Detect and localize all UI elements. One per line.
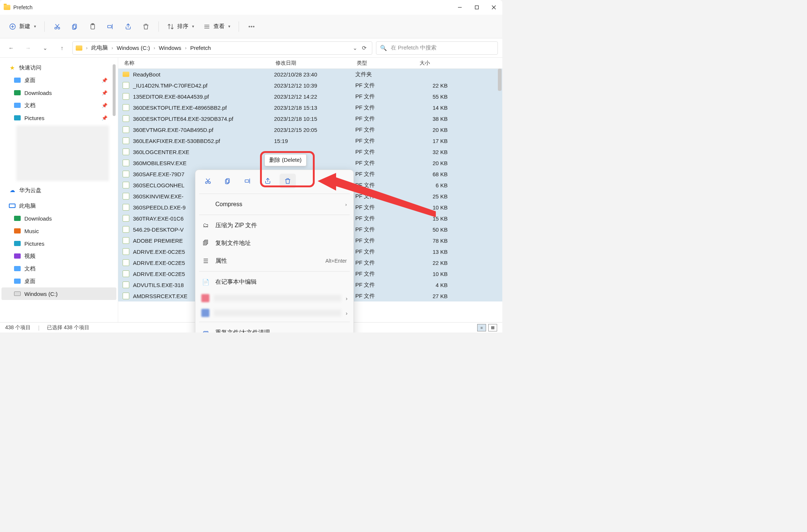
- blurred-item[interactable]: ›: [201, 306, 348, 320]
- toolbar: 新建 ▾ 排序 ▾ 查看 ▾: [0, 15, 502, 38]
- blurred-item[interactable]: ›: [201, 291, 348, 306]
- ctx-share-button[interactable]: [260, 174, 276, 188]
- more-button[interactable]: [243, 19, 260, 34]
- file-size: 6 KB: [418, 182, 462, 188]
- file-type: PF 文件: [355, 237, 418, 244]
- ctx-zip[interactable]: 🗂 压缩为 ZIP 文件: [195, 216, 353, 234]
- file-icon: [123, 115, 129, 122]
- file-size: 32 KB: [418, 149, 462, 155]
- cut-button[interactable]: [49, 19, 65, 34]
- recent-dropdown[interactable]: ⌄: [38, 41, 52, 55]
- ctx-dup-clean[interactable]: 🗃 重复文件/大文件清理: [195, 324, 353, 332]
- maximize-button[interactable]: [468, 0, 485, 15]
- table-row[interactable]: 360MOBILESRV.EXEPF 文件20 KB: [118, 157, 502, 168]
- forward-button[interactable]: →: [21, 41, 35, 55]
- file-size: 13 KB: [418, 249, 462, 255]
- sidebar-drive-c[interactable]: Windows (C:): [1, 287, 116, 300]
- col-name[interactable]: 名称: [123, 60, 274, 66]
- col-size[interactable]: 大小: [418, 60, 462, 66]
- rename-button[interactable]: [102, 19, 119, 34]
- view-grid-toggle[interactable]: ▦: [488, 324, 497, 331]
- sidebar-documents[interactable]: 文档📌: [1, 99, 116, 112]
- address-bar-row: ← → ⌄ ↑ › 此电脑› Windows (C:)› Windows› Pr…: [0, 38, 502, 58]
- sidebar-video[interactable]: 视频: [1, 250, 116, 262]
- sidebar-hwcloud[interactable]: ☁华为云盘: [1, 184, 116, 197]
- pictures-icon: [14, 241, 21, 246]
- sidebar-pictures2[interactable]: Pictures: [1, 237, 116, 250]
- file-type: PF 文件: [355, 126, 418, 133]
- blurred-region: [16, 126, 109, 181]
- table-row[interactable]: 135EDITOR.EXE-804A4539.pf2023/12/12 14:2…: [118, 91, 502, 102]
- ctx-cut-button[interactable]: [200, 174, 216, 188]
- minimize-button[interactable]: [451, 0, 468, 15]
- pictures-icon: [14, 115, 21, 120]
- delete-button[interactable]: [138, 19, 154, 34]
- breadcrumb-part[interactable]: Prefetch: [189, 45, 212, 51]
- sort-button[interactable]: 排序 ▾: [163, 19, 198, 34]
- table-row[interactable]: 360LOGCENTER.EXEPF 文件32 KB: [118, 146, 502, 157]
- sidebar-desktop2[interactable]: 桌面: [1, 275, 116, 287]
- view-details-toggle[interactable]: ≡: [477, 324, 486, 331]
- col-date[interactable]: 修改日期: [274, 60, 355, 66]
- sidebar-music[interactable]: Music: [1, 225, 116, 237]
- close-button[interactable]: [485, 0, 502, 15]
- properties-icon: ☰: [202, 257, 209, 265]
- file-icon: [123, 171, 129, 177]
- ctx-properties[interactable]: ☰ 属性 Alt+Enter: [195, 252, 353, 270]
- notepad-icon: 📄: [202, 278, 209, 286]
- file-icon: [123, 293, 129, 299]
- scrollbar[interactable]: [498, 69, 502, 91]
- sidebar-desktop[interactable]: 桌面📌: [1, 74, 116, 86]
- col-type[interactable]: 类型: [355, 60, 418, 66]
- ctx-copy-button[interactable]: [220, 174, 236, 188]
- share-button[interactable]: [120, 19, 136, 34]
- view-button[interactable]: 查看 ▾: [199, 19, 234, 34]
- ctx-copy-path[interactable]: 🗐 复制文件地址: [195, 234, 353, 252]
- copy-button[interactable]: [67, 19, 83, 34]
- scrollbar[interactable]: [113, 64, 116, 116]
- breadcrumb[interactable]: › 此电脑› Windows (C:)› Windows› Prefetch ⌄…: [72, 41, 372, 55]
- ctx-compress[interactable]: Compress ›: [195, 195, 353, 213]
- breadcrumb-part[interactable]: Windows: [157, 45, 183, 51]
- new-button[interactable]: 新建 ▾: [5, 19, 40, 34]
- paste-button[interactable]: [85, 19, 101, 34]
- file-name: ADRIVE.EXE-0C2E5: [133, 271, 185, 277]
- sidebar-downloads[interactable]: Downloads📌: [1, 86, 116, 99]
- ctx-delete-button[interactable]: [280, 174, 296, 188]
- svg-rect-15: [108, 25, 112, 28]
- column-headers[interactable]: 名称 修改日期 类型 大小: [118, 58, 502, 69]
- sidebar-quick-access[interactable]: ★快速访问: [1, 61, 116, 74]
- file-size: 38 KB: [418, 116, 462, 122]
- refresh-button[interactable]: ⟳: [362, 45, 367, 51]
- file-type: PF 文件: [355, 104, 418, 111]
- search-box[interactable]: 🔍 在 Prefetch 中搜索: [376, 41, 498, 55]
- table-row[interactable]: ReadyBoot2022/10/28 23:40文件夹: [118, 69, 502, 80]
- ctx-rename-button[interactable]: [240, 174, 256, 188]
- music-icon: [14, 228, 21, 233]
- table-row[interactable]: 360DESKTOPLITE64.EXE-329DB374.pf2023/12/…: [118, 113, 502, 124]
- file-icon: [123, 93, 129, 100]
- chevron-down-icon[interactable]: ⌄: [353, 45, 358, 51]
- file-name: 360LEAKFIXER.EXE-530BBD52.pf: [133, 138, 220, 144]
- file-type: PF 文件: [355, 282, 418, 289]
- folder-icon: [14, 279, 21, 284]
- folder-icon: [14, 90, 21, 95]
- ctx-notepad[interactable]: 📄 在记事本中编辑: [195, 273, 353, 291]
- breadcrumb-part[interactable]: 此电脑: [90, 44, 109, 51]
- sidebar-downloads2[interactable]: Downloads: [1, 212, 116, 225]
- sidebar-documents2[interactable]: 文档: [1, 262, 116, 275]
- breadcrumb-part[interactable]: Windows (C:): [115, 45, 151, 51]
- sidebar: ★快速访问 桌面📌 Downloads📌 文档📌 Pictures📌 ☁华为云盘…: [0, 58, 118, 324]
- file-size: 17 KB: [418, 138, 462, 144]
- back-button[interactable]: ←: [4, 41, 18, 55]
- table-row[interactable]: 360EVTMGR.EXE-70AB495D.pf2023/12/15 20:0…: [118, 124, 502, 135]
- table-row[interactable]: _IU14D2N.TMP-C70FED42.pf2023/12/12 10:39…: [118, 80, 502, 91]
- file-size: 55 KB: [418, 93, 462, 100]
- file-type: 文件夹: [355, 71, 418, 78]
- table-row[interactable]: 360DESKTOPLITE.EXE-48965BB2.pf2023/12/18…: [118, 102, 502, 113]
- up-button[interactable]: ↑: [55, 41, 69, 55]
- sidebar-thispc[interactable]: 此电脑: [1, 200, 116, 212]
- file-size: 10 KB: [418, 204, 462, 211]
- table-row[interactable]: 360LEAKFIXER.EXE-530BBD52.pf15:19PF 文件17…: [118, 135, 502, 146]
- sidebar-pictures[interactable]: Pictures📌: [1, 112, 116, 124]
